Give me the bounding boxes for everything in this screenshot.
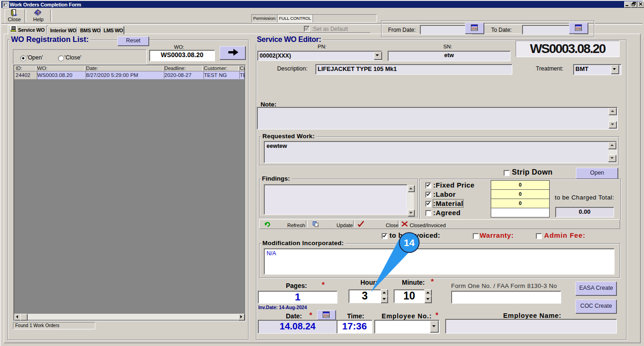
svg-text:14: 14 [404, 237, 415, 248]
svg-text:?: ? [37, 10, 40, 15]
